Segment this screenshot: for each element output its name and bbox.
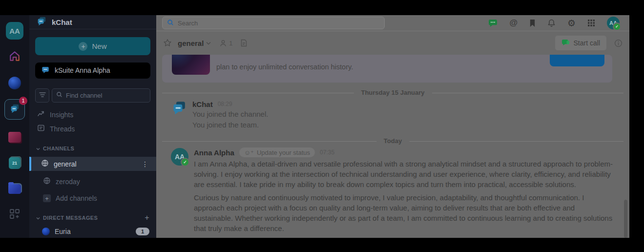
settings-gear-icon[interactable]: ⚙ (567, 19, 576, 28)
date-divider: Thursday 15 January (162, 93, 623, 93)
message-user-avatar[interactable]: AA ✓ (171, 148, 188, 166)
filter-button[interactable] (35, 88, 49, 103)
home-icon (8, 50, 21, 64)
upgrade-banner: plan to enjoy unlimited conversation his… (162, 55, 612, 83)
new-button[interactable]: + New (35, 37, 150, 55)
ksuite-workspace-button[interactable]: kSuite Anna Alpha (35, 63, 150, 79)
sidebar-app-title: kChat (52, 18, 72, 26)
message-paragraph: Curious by nature and continuously motiv… (194, 192, 614, 233)
favorite-star-icon[interactable] (163, 39, 172, 47)
sidebar-channel-zeroday[interactable]: zeroday (29, 174, 156, 189)
chevron-down-icon[interactable] (206, 42, 211, 45)
chat-bubble-icon (41, 65, 50, 76)
channel-header: general 1 (156, 31, 629, 55)
banner-text: plan to enjoy unlimited conversation his… (216, 63, 353, 71)
add-channels-button[interactable]: + Add channels (29, 191, 156, 206)
add-dm-icon[interactable]: + (145, 213, 149, 222)
kchat-bot-avatar (171, 100, 187, 116)
channels-section-header[interactable]: CHANNELS (29, 144, 156, 153)
dm-name: Euria (55, 228, 71, 235)
dm-item-euria[interactable]: Euria 1 (29, 225, 156, 238)
date-divider: Today (162, 141, 623, 142)
system-message: kChat 08:29 You joined the channel. You … (156, 93, 629, 130)
channel-name: general (54, 160, 77, 168)
drive-app-icon (8, 184, 21, 194)
globe-icon (41, 159, 49, 168)
pinned-files-icon[interactable] (241, 39, 247, 47)
drive-app-button[interactable] (5, 181, 24, 197)
message-author[interactable]: Anna Alpha (194, 148, 234, 157)
member-count[interactable]: 1 (220, 40, 232, 47)
mail-app-icon (8, 132, 21, 143)
sidebar-item-insights[interactable]: Insights (29, 109, 156, 120)
more-apps-button[interactable] (5, 207, 24, 223)
calendar-app-icon: 21 (9, 157, 21, 169)
mail-app-button[interactable] (5, 129, 24, 146)
calendar-app-button[interactable]: 21 (5, 155, 24, 171)
main-area: Search @ (156, 15, 629, 238)
chart-icon (37, 110, 45, 119)
channel-options-icon[interactable]: ⋮ (142, 160, 148, 168)
channel-name: zeroday (56, 178, 80, 186)
date-divider-label: Today (376, 137, 409, 145)
search-icon (167, 19, 174, 27)
add-channels-label: Add channels (56, 194, 97, 202)
search-icon (56, 91, 62, 99)
message-paragraph: I am Anna Alpha, a detail-driven and ver… (194, 159, 614, 189)
message-time: 07:35 (320, 149, 334, 156)
rail-avatar-initials: AA (9, 27, 20, 35)
sidebar-channel-general[interactable]: general ⋮ (29, 157, 156, 171)
selected-indicator (29, 157, 31, 171)
member-count-value: 1 (229, 40, 232, 47)
start-call-button[interactable]: Start call (555, 36, 606, 50)
saved-posts-icon[interactable] (529, 19, 536, 27)
kchat-app-icon (9, 103, 20, 116)
sidebar-item-threads[interactable]: Threads (29, 124, 156, 134)
globe-icon (43, 177, 51, 186)
sphere-app-button[interactable] (5, 75, 24, 91)
start-call-label: Start call (574, 39, 600, 47)
more-apps-icon (9, 208, 21, 222)
online-status-icon: ✓ (181, 158, 189, 167)
dm-section-header[interactable]: DIRECT MESSAGES + (29, 213, 156, 222)
date-divider-label: Thursday 15 January (353, 89, 432, 96)
filter-icon (39, 91, 46, 100)
chevron-down-icon (36, 146, 40, 151)
scrollbar-thumb[interactable] (624, 200, 627, 238)
apps-grid-icon[interactable] (587, 19, 595, 27)
dm-header-label: DIRECT MESSAGES (43, 215, 98, 221)
message-author[interactable]: kChat (192, 100, 213, 108)
kchat-unread-badge: 1 (19, 97, 27, 105)
sphere-app-icon (8, 77, 21, 89)
new-button-label: New (92, 42, 106, 50)
ksuite-button-label: kSuite Anna Alpha (55, 66, 110, 74)
mentions-icon[interactable]: @ (509, 18, 518, 28)
plus-icon: + (79, 42, 87, 51)
system-message-line: You joined the team. (192, 120, 623, 130)
banner-action-button[interactable] (550, 55, 604, 66)
rail-user-avatar[interactable]: AA (6, 22, 23, 40)
kchat-app-button[interactable]: 1 (4, 99, 25, 120)
kchat-app: AA 1 (0, 15, 629, 238)
online-status-icon: ✓ (613, 22, 621, 31)
user-avatar[interactable]: AA ✓ (607, 17, 620, 29)
search-input[interactable]: Search (162, 17, 385, 29)
unread-messages-icon[interactable] (488, 19, 498, 27)
calendar-day-number: 21 (12, 161, 17, 166)
channel-info-icon[interactable] (614, 39, 623, 47)
top-bar-icons: @ ⚙ (488, 17, 620, 29)
chevron-down-icon (36, 215, 40, 221)
update-status-badge[interactable]: ☺⁺ Update your status (239, 147, 315, 157)
threads-icon (37, 124, 45, 133)
kchat-logo-icon (36, 16, 47, 28)
home-app-button[interactable] (5, 49, 24, 65)
video-call-icon (561, 39, 570, 48)
channel-title[interactable]: general (178, 39, 204, 47)
find-channel-input[interactable]: Find channel (52, 88, 150, 103)
notifications-bell-icon[interactable] (547, 19, 556, 27)
insights-label: Insights (50, 111, 73, 119)
user-message: AA ✓ Anna Alpha ☺⁺ Update your status 07… (156, 142, 629, 238)
top-bar: Search @ (156, 15, 629, 31)
dm-unread-badge: 1 (136, 228, 149, 235)
sidebar: kChat + New kSuite Anna Alpha (29, 15, 156, 238)
